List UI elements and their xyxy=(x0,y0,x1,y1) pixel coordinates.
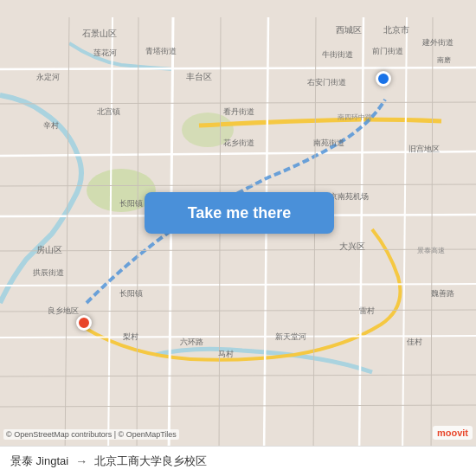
svg-text:长阳镇: 长阳镇 xyxy=(119,199,143,208)
svg-text:北宫镇: 北宫镇 xyxy=(97,107,120,116)
svg-text:新天堂河: 新天堂河 xyxy=(275,332,306,341)
svg-text:南四环中路: 南四环中路 xyxy=(338,113,372,121)
origin-pin xyxy=(76,315,92,331)
take-me-there-button[interactable]: Take me there xyxy=(145,192,334,234)
svg-text:拱辰街道: 拱辰街道 xyxy=(33,268,64,277)
svg-text:六环路: 六环路 xyxy=(180,338,203,346)
svg-text:大兴区: 大兴区 xyxy=(339,241,365,251)
svg-text:魏善路: 魏善路 xyxy=(431,289,454,298)
svg-text:永定河: 永定河 xyxy=(36,73,60,81)
moovit-logo: moovit xyxy=(433,426,473,440)
button-label: Take me there xyxy=(188,204,292,222)
svg-text:南磨: 南磨 xyxy=(437,56,451,64)
route-from-label: 景泰 Jingtai xyxy=(10,453,68,469)
svg-text:右安门街道: 右安门街道 xyxy=(307,78,346,87)
svg-text:房山区: 房山区 xyxy=(36,245,62,254)
svg-text:北京市: 北京市 xyxy=(383,25,409,35)
svg-text:丰台区: 丰台区 xyxy=(186,72,212,81)
svg-text:长阳镇: 长阳镇 xyxy=(119,289,143,298)
svg-text:景泰高速: 景泰高速 xyxy=(417,247,445,254)
svg-text:辛村: 辛村 xyxy=(43,121,59,130)
svg-text:前门街道: 前门街道 xyxy=(372,47,403,55)
svg-text:建外街道: 建外街道 xyxy=(421,38,453,47)
svg-text:梨村: 梨村 xyxy=(123,332,138,341)
svg-text:花乡街道: 花乡街道 xyxy=(223,138,254,147)
route-to-label: 北京工商大学良乡校区 xyxy=(94,453,207,469)
svg-text:佳村: 佳村 xyxy=(407,338,422,346)
svg-text:西城区: 西城区 xyxy=(336,25,362,35)
svg-text:旧宫地区: 旧宫地区 xyxy=(408,145,440,153)
svg-text:莲花河: 莲花河 xyxy=(93,48,117,57)
svg-text:良乡地区: 良乡地区 xyxy=(48,306,79,315)
svg-text:雷村: 雷村 xyxy=(359,306,375,315)
svg-text:石景山区: 石景山区 xyxy=(82,29,117,38)
map-container: 石景山区 西城区 北京市 建外街道 莲花河 青塔街道 牛街街道 前门街道 南磨 … xyxy=(0,0,476,476)
svg-text:看丹街道: 看丹街道 xyxy=(223,107,254,116)
svg-text:马村: 马村 xyxy=(218,350,234,358)
map-attribution: © OpenStreetMap contributors | © OpenMap… xyxy=(3,429,179,440)
route-arrow-icon: → xyxy=(75,454,87,468)
destination-pin xyxy=(376,71,391,87)
svg-text:青塔街道: 青塔街道 xyxy=(145,47,177,55)
svg-text:牛街街道: 牛街街道 xyxy=(322,50,353,59)
map-svg: 石景山区 西城区 北京市 建外街道 莲花河 青塔街道 牛街街道 前门街道 南磨 … xyxy=(0,0,476,476)
route-info-bar: 景泰 Jingtai → 北京工商大学良乡校区 xyxy=(0,446,476,476)
svg-text:南苑街道: 南苑街道 xyxy=(313,138,344,147)
